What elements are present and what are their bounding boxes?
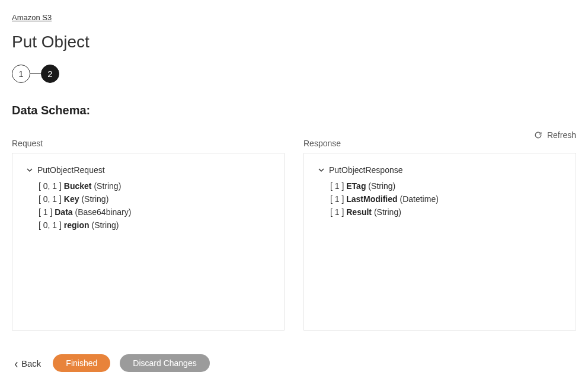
request-field: [ 0, 1 ] region (String): [39, 219, 270, 232]
request-field: [ 1 ] Data (Base64binary): [39, 206, 270, 219]
section-title: Data Schema:: [12, 104, 576, 117]
page-title: Put Object: [12, 33, 576, 52]
footer-buttons: Back Finished Discard Changes: [12, 354, 576, 372]
field-cardinality: [ 0, 1 ]: [39, 220, 62, 230]
chevron-down-icon: [318, 167, 324, 173]
chevron-down-icon: [27, 167, 33, 173]
field-cardinality: [ 0, 1 ]: [39, 181, 62, 191]
response-schema-panel: PutObjectResponse [ 1 ] ETag (String)[ 1…: [303, 153, 576, 331]
field-type: (String): [91, 220, 119, 230]
step-1[interactable]: 1: [12, 65, 30, 83]
field-type: (String): [94, 181, 121, 191]
field-cardinality: [ 1 ]: [330, 207, 344, 217]
request-root-label: PutObjectRequest: [37, 165, 105, 175]
field-cardinality: [ 0, 1 ]: [39, 194, 62, 204]
field-name: LastModified: [346, 194, 397, 204]
refresh-button[interactable]: Refresh: [534, 130, 576, 140]
field-name: Result: [346, 207, 372, 217]
refresh-icon: [534, 131, 542, 139]
response-column: Response PutObjectResponse [ 1 ] ETag (S…: [303, 139, 576, 331]
step-2[interactable]: 2: [41, 65, 59, 83]
request-schema-panel: PutObjectRequest [ 0, 1 ] Bucket (String…: [12, 153, 285, 331]
field-type: (String): [368, 181, 395, 191]
field-type: (Base64binary): [75, 207, 132, 217]
field-name: ETag: [346, 181, 366, 191]
field-name: region: [64, 220, 90, 230]
finished-button[interactable]: Finished: [53, 354, 110, 372]
request-field: [ 0, 1 ] Key (String): [39, 193, 270, 206]
request-column: Request PutObjectRequest [ 0, 1 ] Bucket…: [12, 139, 285, 331]
stepper: 1 2: [12, 65, 576, 83]
response-root-label: PutObjectResponse: [329, 165, 403, 175]
breadcrumb-link[interactable]: Amazon S3: [12, 13, 52, 22]
field-cardinality: [ 1 ]: [330, 181, 344, 191]
discard-button[interactable]: Discard Changes: [120, 354, 209, 372]
response-field: [ 1 ] Result (String): [330, 206, 561, 219]
response-label: Response: [303, 139, 576, 148]
field-name: Key: [64, 194, 79, 204]
field-name: Bucket: [64, 181, 92, 191]
response-field: [ 1 ] LastModified (Datetime): [330, 193, 561, 206]
response-field: [ 1 ] ETag (String): [330, 179, 561, 193]
field-cardinality: [ 1 ]: [39, 207, 52, 217]
refresh-label: Refresh: [547, 130, 576, 140]
field-type: (Datetime): [400, 194, 438, 204]
request-field: [ 0, 1 ] Bucket (String): [39, 179, 270, 193]
request-label: Request: [12, 139, 285, 148]
field-type: (String): [374, 207, 401, 217]
back-label: Back: [21, 358, 41, 368]
step-connector: [30, 73, 41, 74]
request-root-node[interactable]: PutObjectRequest: [27, 165, 270, 175]
field-name: Data: [55, 207, 72, 217]
field-type: (String): [81, 194, 108, 204]
back-button[interactable]: Back: [12, 355, 43, 372]
response-root-node[interactable]: PutObjectResponse: [318, 165, 561, 175]
chevron-left-icon: [14, 360, 19, 367]
field-cardinality: [ 1 ]: [330, 194, 344, 204]
